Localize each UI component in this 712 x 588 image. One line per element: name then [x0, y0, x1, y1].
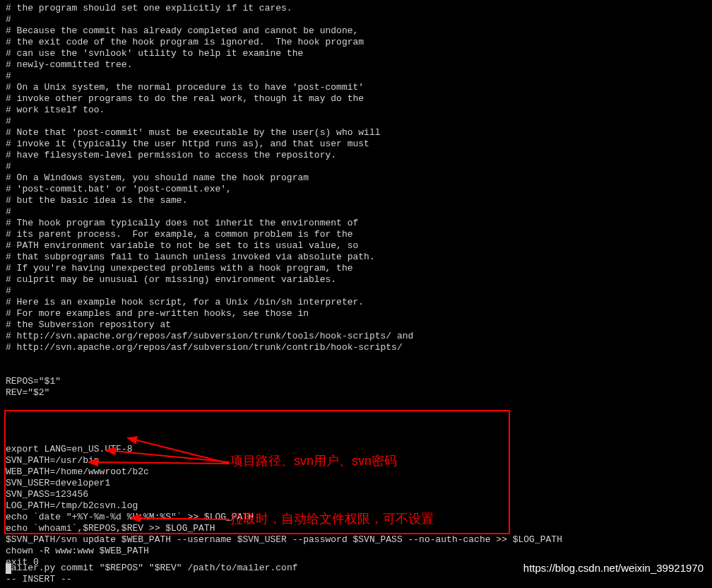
watermark: https://blog.csdn.net/weixin_39921970	[523, 563, 704, 574]
vim-mode-indicator: -- INSERT --	[6, 574, 72, 585]
terminal-content: # the program should set one explicitly …	[0, 0, 712, 571]
mailer-line: ailer.py commit "$REPOS" "$REV" /path/to…	[6, 563, 297, 574]
